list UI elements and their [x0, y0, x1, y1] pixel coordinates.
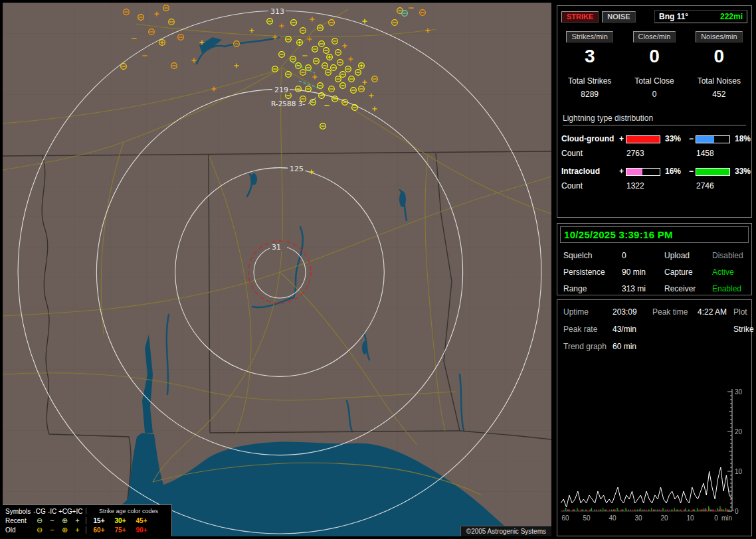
- total-noises-label: Total Noises: [687, 76, 751, 86]
- distribution-title: Lightning type distribution: [563, 114, 746, 125]
- rate-columns: Strikes/min 3 Total Strikes 8289 Close/m…: [557, 30, 751, 99]
- capture-label: Capture: [664, 268, 712, 277]
- x-tick-label: 60: [561, 514, 569, 522]
- close-per-min-value: 0: [622, 46, 686, 67]
- range-label: Range: [563, 284, 622, 293]
- recent-cg-neg-icon: ⊖: [33, 516, 46, 524]
- recent-ic-pos-icon: +: [71, 516, 84, 524]
- trend-graph-label: Trend graph: [563, 342, 613, 351]
- ring-label: 219: [274, 86, 288, 94]
- ic-neg-pct: 33%: [733, 167, 751, 176]
- x-tick-label: 40: [609, 514, 616, 522]
- total-strikes-label: Total Strikes: [557, 76, 622, 86]
- cg-pos-pct: 33%: [663, 134, 687, 143]
- cg-neg-bar: [696, 135, 730, 143]
- close-rate-column: Close/min 0 Total Close 0: [622, 30, 686, 99]
- recent-cg-pos-icon: ⊕: [58, 516, 71, 524]
- peak-rate-value: 43/min: [613, 325, 652, 334]
- intracloud-count-row: Count 1322 2746: [561, 181, 747, 191]
- plus-sign: +: [617, 134, 626, 143]
- strike-button[interactable]: STRIKE: [561, 11, 599, 23]
- legend-old-row: Old ⊖ − ⊕ + 60+ 75+ 90+: [5, 525, 169, 534]
- upload-value: Disabled: [712, 251, 745, 260]
- trend-panel: Uptime 203:09 Peak time 4:22 AM Plot Pea…: [557, 299, 752, 536]
- peak-rate-label: Peak rate: [563, 325, 613, 334]
- plot-mode-value: Strike: [733, 325, 754, 334]
- cloud-ground-label: Cloud-ground: [561, 134, 617, 143]
- peak-time-label: Peak time: [652, 307, 698, 317]
- legend-old-label: Old: [5, 526, 33, 534]
- age-75: 75+: [110, 526, 131, 534]
- distance-value: 222mi: [720, 12, 743, 21]
- ic-neg-count: 2746: [696, 181, 733, 191]
- stats-grid: Uptime 203:09 Peak time 4:22 AM Plot Pea…: [563, 307, 745, 351]
- squelch-label: Squelch: [563, 251, 622, 260]
- strikes-rate-column: Strikes/min 3 Total Strikes 8289: [557, 30, 622, 99]
- cloud-ground-row: Cloud-ground + 33% − 18%: [561, 134, 747, 143]
- map-legend: Symbols -CG -IC +CG +IC Strike age color…: [3, 504, 172, 536]
- ring-label: 313: [270, 7, 284, 16]
- x-unit-label: min: [721, 514, 732, 522]
- legend-header-row: Symbols -CG -IC +CG +IC Strike age color…: [5, 506, 169, 516]
- strikes-per-min-value: 3: [557, 46, 622, 67]
- y-tick-label: 20: [735, 428, 743, 435]
- strike-map[interactable]: 31321912531R-2588 3- Symbols -CG -IC +CG…: [3, 3, 551, 536]
- y-tick-label: 0: [735, 508, 739, 515]
- persistence-label: Persistence: [563, 268, 622, 277]
- cg-pos-bar: [626, 135, 660, 143]
- total-strikes-value: 8289: [557, 90, 622, 99]
- peak-time-value: 4:22 AM: [698, 307, 733, 317]
- age-15: 15+: [88, 517, 110, 524]
- lightning-detector-app: { "header": { "strike_button": "STRIKE",…: [0, 0, 756, 539]
- cell-track-annotation: R-2588 3-: [271, 100, 305, 108]
- legend-col--ic: -IC: [46, 508, 58, 515]
- cg-neg-pct: 18%: [733, 134, 751, 143]
- age-60: 60+: [88, 526, 110, 534]
- datetime-display: 10/25/2025 3:39:16 PM: [560, 226, 749, 243]
- noise-button[interactable]: NOISE: [602, 11, 635, 23]
- strikes-per-min-button[interactable]: Strikes/min: [566, 31, 613, 42]
- status-panel: 10/25/2025 3:39:16 PM Squelch 0 Upload D…: [557, 223, 752, 295]
- minus-sign: −: [687, 134, 696, 143]
- plot-label: Plot: [733, 307, 754, 317]
- uptime-label: Uptime: [563, 307, 613, 317]
- ring-label: 31: [272, 243, 281, 252]
- legend-symbols-label: Symbols: [5, 508, 33, 515]
- receiver-label: Receiver: [664, 284, 712, 293]
- x-tick-label: 50: [583, 514, 591, 522]
- range-value: 313 mi: [622, 284, 664, 293]
- ring-label: 125: [290, 165, 304, 173]
- receiver-value: Enabled: [712, 284, 745, 293]
- legend-col-pcg: +CG: [58, 508, 71, 515]
- squelch-value: 0: [622, 251, 664, 260]
- legend-col--cg: -CG: [33, 508, 46, 515]
- cg-neg-count: 1458: [696, 149, 733, 158]
- ic-pos-count: 1322: [626, 181, 663, 191]
- noises-rate-column: Noises/min 0 Total Noises 452: [687, 30, 751, 99]
- total-close-value: 0: [622, 90, 686, 99]
- persistence-value: 90 min: [622, 268, 664, 277]
- recent-ic-neg-icon: −: [46, 516, 58, 524]
- minus-sign: −: [687, 167, 696, 176]
- trend-graph-value: 60 min: [613, 342, 652, 351]
- count-label: Count: [561, 149, 617, 158]
- close-per-min-button[interactable]: Close/min: [633, 31, 676, 42]
- x-tick-label: 20: [660, 514, 668, 522]
- x-tick-label: 30: [634, 514, 642, 522]
- cg-pos-count: 2763: [626, 149, 663, 158]
- noises-per-min-value: 0: [687, 46, 751, 67]
- legend-recent-label: Recent: [5, 517, 33, 524]
- map-canvas: 31321912531R-2588 3-: [3, 3, 551, 536]
- x-tick-label: 10: [686, 514, 694, 522]
- ic-neg-bar: [696, 168, 730, 176]
- age-90: 90+: [131, 526, 152, 534]
- noises-per-min-button[interactable]: Noises/min: [696, 31, 742, 42]
- status-grid: Squelch 0 Upload Disabled Persistence 90…: [563, 251, 745, 293]
- capture-value: Active: [712, 268, 745, 277]
- x-tick-label: 0: [714, 514, 718, 522]
- count-label: Count: [561, 181, 617, 191]
- intracloud-label: Intracloud: [561, 167, 617, 176]
- bearing-value: Bng 11°: [659, 12, 688, 21]
- legend-col-pic: +IC: [71, 508, 84, 515]
- cloud-ground-count-row: Count 2763 1458: [561, 149, 747, 158]
